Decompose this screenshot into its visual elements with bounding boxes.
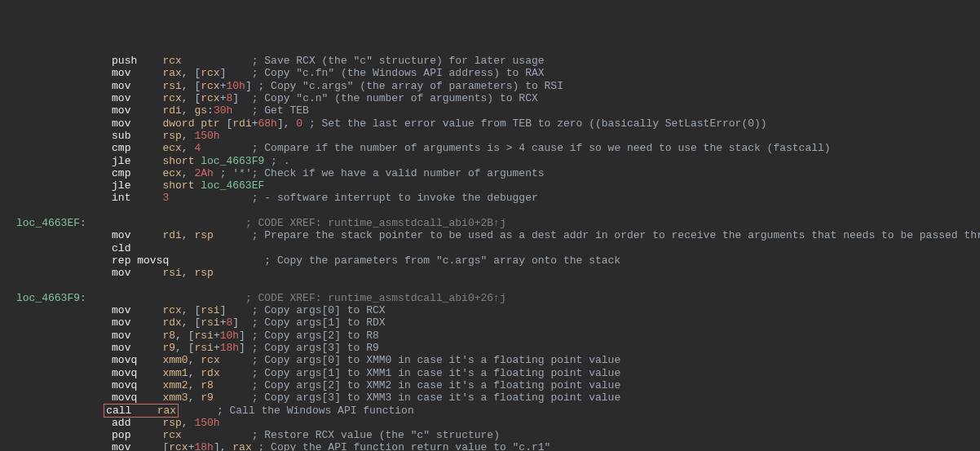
asm-line[interactable]: mov rdi, gs:30h ; Get TEB: [16, 104, 980, 117]
keyword-token: short: [162, 155, 201, 167]
label-ref-token[interactable]: loc_4663EF: [201, 179, 264, 192]
asm-line[interactable]: mov r9, [rsi+18h] ; Copy args[3] to R9: [16, 342, 980, 354]
asm-line[interactable]: rep movsq ; Copy the parameters from "c.…: [16, 254, 980, 267]
code-label[interactable]: loc_4663F9:: [16, 292, 86, 304]
comment: ; Copy args[0] to RCX: [252, 304, 386, 316]
asm-line[interactable]: mov dword ptr [rdi+68h], 0 ; Set the las…: [16, 117, 980, 130]
mnemonic: mov: [112, 441, 130, 451]
operands: r8, [rsi+10h]: [162, 329, 245, 342]
asm-line[interactable]: cmp ecx, 4 ; Compare if the number of ar…: [16, 142, 980, 154]
asm-line[interactable]: mov rcx, [rcx+8] ; Copy "c.n" (the numbe…: [16, 92, 980, 104]
register-token: xmm1: [162, 367, 188, 379]
asm-line[interactable]: mov rcx, [rsi] ; Copy args[0] to RCX: [16, 304, 980, 316]
asm-line[interactable]: movq xmm2, r8 ; Copy args[2] to XMM2 in …: [16, 379, 980, 391]
asm-line[interactable]: cld: [16, 242, 980, 254]
asm-line[interactable]: [16, 205, 980, 217]
asm-line[interactable]: push rcx ; Save RCX (the "c" structure) …: [16, 55, 980, 67]
asm-line[interactable]: jle short loc_4663EF: [16, 179, 980, 192]
comment: ; Copy args[0] to XMM0 in case it's a fl…: [252, 354, 620, 366]
comment: ; Get TEB: [252, 104, 309, 117]
asm-line[interactable]: call rax ; Call the Windows API function: [16, 405, 980, 417]
asm-line[interactable]: mov rsi, rsp: [16, 267, 980, 279]
mnemonic: mov: [112, 117, 130, 130]
register-token: rdi: [232, 117, 251, 130]
register-token: rax: [162, 67, 181, 79]
asm-line[interactable]: movq xmm1, rdx ; Copy args[1] to XMM1 in…: [16, 367, 980, 379]
asm-line[interactable]: int 3 ; - software interrupt to invoke t…: [16, 192, 980, 204]
number-token: 4: [194, 142, 201, 154]
operands: rsi, rsp: [162, 267, 213, 279]
number-token: 150h: [194, 130, 219, 142]
operands: rcx, [rcx+8]: [162, 92, 239, 104]
register-token: ecx: [162, 142, 181, 154]
asm-line[interactable]: cmp ecx, 2Ah ; '*'; Check if we have a v…: [16, 167, 980, 179]
comment: ; Copy the parameters from "c.args" arra…: [264, 254, 620, 267]
register-token: rsi: [201, 304, 219, 316]
mnemonic: movq: [112, 367, 137, 379]
operands: rdx, [rsi+8]: [162, 316, 239, 329]
asm-line[interactable]: [16, 280, 980, 292]
register-token: rcx: [201, 92, 219, 104]
mnemonic: rep movsq: [112, 254, 169, 267]
operands: dword ptr [rdi+68h], 0: [162, 117, 302, 130]
inline-comment: ; '*': [214, 167, 252, 179]
keyword-token: short: [162, 179, 201, 192]
number-token: 8: [226, 316, 232, 329]
mnemonic: movq: [112, 354, 137, 366]
asm-line[interactable]: pop rcx ; Restore RCX value (the "c" str…: [16, 429, 980, 441]
code-label[interactable]: loc_4663EF:: [16, 217, 86, 229]
operands: rsp, 150h: [162, 417, 219, 429]
comment: ; Copy args[3] to R9: [252, 342, 379, 354]
register-token: rcx: [169, 441, 188, 451]
mnemonic: movq: [112, 379, 137, 391]
number-token: 18h: [194, 441, 213, 451]
asm-line[interactable]: movq xmm3, r9 ; Copy args[3] to XMM3 in …: [16, 391, 980, 404]
register-token: rsp: [194, 229, 213, 241]
operands: 3: [162, 192, 169, 204]
asm-line[interactable]: loc_4663F9: ; CODE XREF: runtime_asmstdc…: [16, 292, 980, 304]
asm-line[interactable]: mov rsi, [rcx+10h] ; Copy "c.args" (the …: [16, 80, 980, 92]
register-token: rcx: [162, 55, 181, 67]
operands: rcx: [162, 55, 181, 67]
register-token: r8: [201, 379, 214, 391]
asm-line[interactable]: add rsp, 150h: [16, 417, 980, 429]
comment: ; Copy args[2] to R8: [252, 329, 379, 342]
operands: [rcx+18h], rax: [162, 441, 251, 451]
operands: rcx, [rsi]: [162, 304, 226, 316]
mnemonic: mov: [112, 92, 130, 104]
operands: xmm1, rdx: [162, 367, 219, 379]
register-token: rdi: [162, 229, 181, 241]
asm-line[interactable]: mov rdi, rsp ; Prepare the stack pointer…: [16, 229, 980, 241]
operands: short loc_4663F9: [162, 155, 264, 167]
label-ref-token[interactable]: loc_4663F9: [201, 155, 264, 167]
mnemonic: call: [106, 405, 131, 417]
disassembly-listing: push rcx ; Save RCX (the "c" structure) …: [16, 55, 980, 451]
register-token: rcx: [201, 80, 219, 92]
register-token: rax: [232, 441, 251, 451]
comment: ; Copy "c.args" (the array of parameters…: [258, 80, 563, 92]
asm-line[interactable]: movq xmm0, rcx ; Copy args[0] to XMM0 in…: [16, 354, 980, 366]
comment: ; Call the Windows API function: [217, 405, 414, 417]
mnemonic: mov: [112, 80, 130, 92]
asm-line[interactable]: mov [rcx+18h], rax ; Copy the API functi…: [16, 441, 980, 451]
operands: rdi, rsp: [162, 229, 213, 241]
comment: ; Check if we have a valid number of arg…: [252, 167, 545, 179]
operands: rax: [157, 405, 176, 417]
register-token: xmm2: [162, 379, 188, 391]
register-token: rcx: [201, 67, 219, 79]
operands: short loc_4663EF: [162, 179, 264, 192]
number-token: 2Ah: [194, 167, 213, 179]
asm-line[interactable]: loc_4663EF: ; CODE XREF: runtime_asmstdc…: [16, 217, 980, 229]
register-token: rsp: [194, 267, 213, 279]
asm-line[interactable]: jle short loc_4663F9 ; .: [16, 155, 980, 167]
mnemonic: add: [112, 417, 130, 429]
mnemonic: mov: [112, 229, 130, 241]
number-token: 3: [162, 192, 169, 204]
operands: rsp, 150h: [162, 130, 219, 142]
asm-line[interactable]: mov rdx, [rsi+8] ; Copy args[1] to RDX: [16, 316, 980, 329]
number-token: 8: [226, 92, 232, 104]
asm-line[interactable]: mov rax, [rcx] ; Copy "c.fn" (the Window…: [16, 67, 980, 79]
asm-line[interactable]: sub rsp, 150h: [16, 130, 980, 142]
asm-line[interactable]: mov r8, [rsi+10h] ; Copy args[2] to R8: [16, 329, 980, 342]
highlight-box: call rax: [104, 404, 179, 418]
